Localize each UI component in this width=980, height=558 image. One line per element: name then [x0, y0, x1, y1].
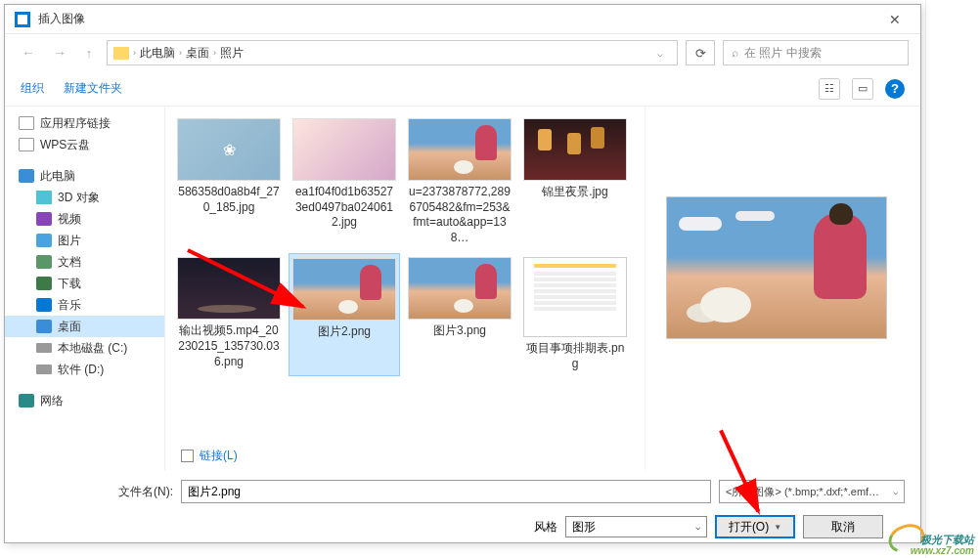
sidebar-item-3d-objects[interactable]: 3D 对象 [5, 187, 164, 208]
watermark: 极光下载站 www.xz7.com [911, 534, 974, 556]
open-button[interactable]: 打开(O) ▼ [715, 515, 795, 538]
organize-menu[interactable]: 组织 [21, 80, 44, 97]
help-button[interactable]: ? [885, 79, 905, 99]
toolbar: 组织 新建文件夹 ☷ ▭ ? [5, 71, 920, 107]
pc-icon [19, 169, 34, 183]
folder-icon [113, 47, 129, 60]
sidebar-item-label: 软件 (D:) [58, 362, 104, 378]
watermark-text: 极光下载站 [911, 534, 974, 545]
close-button[interactable]: ✕ [879, 8, 911, 31]
file-name: 项目事项排期表.png [523, 341, 627, 371]
sidebar-item-videos[interactable]: 视频 [5, 208, 164, 230]
file-item[interactable]: ea1f04f0d1b635273ed0497ba0240612.jpg [289, 114, 400, 249]
file-item[interactable]: 586358d0a8b4f_270_185.jpg [173, 114, 285, 249]
sidebar-item-label: 本地磁盘 (C:) [58, 340, 127, 357]
thumbnail [523, 118, 627, 181]
chevron-down-icon: ▼ [774, 523, 781, 532]
file-item[interactable]: 项目事项排期表.png [519, 253, 631, 375]
sidebar-item-label: 视频 [58, 211, 81, 228]
sidebar-item-label: WPS云盘 [40, 137, 90, 153]
sidebar-item-pictures[interactable]: 图片 [5, 230, 164, 251]
sidebar-item-this-pc[interactable]: 此电脑 [5, 165, 164, 187]
file-item[interactable]: 图片3.png [404, 253, 515, 375]
sidebar-item-label: 应用程序链接 [40, 115, 111, 132]
preview-pane-button[interactable]: ▭ [852, 78, 873, 100]
pictures-icon [36, 234, 52, 247]
insert-image-dialog: 插入图像 ✕ ← → ↑ › 此电脑 › 桌面 › 照片 ⌵ ⟳ ⌕ 在 照片 … [4, 4, 921, 543]
link-checkbox-row: 链接(L) [181, 448, 238, 464]
link-checkbox-label[interactable]: 链接(L) [200, 448, 238, 464]
nav-forward-button[interactable]: → [48, 41, 71, 64]
thumbnail [292, 118, 396, 181]
breadcrumb-desktop[interactable]: 桌面 [186, 45, 209, 62]
search-input[interactable]: ⌕ 在 照片 中搜索 [723, 40, 909, 65]
downloads-icon [36, 277, 52, 290]
button-row: 风格 图形 ⌵ 打开(O) ▼ 取消 [21, 515, 905, 538]
disk-icon [36, 343, 52, 353]
file-name: 586358d0a8b4f_270_185.jpg [177, 185, 281, 215]
chevron-down-icon: ⌵ [695, 522, 700, 532]
cancel-button[interactable]: 取消 [803, 515, 883, 538]
open-button-label: 打开(O) [729, 519, 769, 536]
filename-input[interactable] [181, 480, 711, 503]
sidebar-item-disk-c[interactable]: 本地磁盘 (C:) [5, 337, 164, 359]
nav-up-button[interactable]: ↑ [79, 43, 99, 63]
link-checkbox[interactable] [181, 450, 194, 462]
file-icon [19, 116, 34, 130]
sidebar-item-desktop[interactable]: 桌面 [5, 316, 164, 337]
navigation-bar: ← → ↑ › 此电脑 › 桌面 › 照片 ⌵ ⟳ ⌕ 在 照片 中搜索 [5, 34, 920, 71]
nav-back-button[interactable]: ← [17, 41, 40, 64]
style-label: 风格 [534, 519, 557, 536]
refresh-button[interactable]: ⟳ [686, 40, 715, 65]
address-bar[interactable]: › 此电脑 › 桌面 › 照片 ⌵ [107, 40, 678, 65]
filename-row: 文件名(N): <所有图像> (*.bmp;*.dxf;*.emf… ⌵ [21, 480, 905, 503]
file-area: 586358d0a8b4f_270_185.jpg ea1f04f0d1b635… [165, 107, 920, 470]
dialog-title: 插入图像 [38, 11, 879, 27]
file-item[interactable]: 锦里夜景.jpg [519, 114, 631, 249]
music-icon [36, 298, 52, 312]
file-name: 锦里夜景.jpg [542, 185, 607, 200]
new-folder-button[interactable]: 新建文件夹 [64, 80, 122, 97]
background-app-panel [925, 0, 980, 558]
thumbnail [408, 118, 512, 181]
file-grid[interactable]: 586358d0a8b4f_270_185.jpg ea1f04f0d1b635… [165, 107, 645, 470]
chevron-right-icon: › [133, 48, 136, 58]
view-mode-button[interactable]: ☷ [819, 78, 840, 100]
thumbnail [177, 118, 281, 181]
desktop-icon [36, 320, 52, 333]
file-name: 图片3.png [433, 323, 486, 339]
sidebar-item-wps[interactable]: WPS云盘 [5, 134, 164, 155]
sidebar-item-app-links[interactable]: 应用程序链接 [5, 112, 164, 134]
file-item-selected[interactable]: 图片2.png [289, 253, 400, 375]
file-name: ea1f04f0d1b635273ed0497ba0240612.jpg [292, 185, 396, 231]
preview-image [666, 196, 887, 339]
sidebar-item-network[interactable]: 网络 [5, 390, 164, 411]
file-name: 输出视频5.mp4_20230215_135730.036.png [177, 323, 281, 369]
file-type-filter[interactable]: <所有图像> (*.bmp;*.dxf;*.emf… ⌵ [719, 480, 905, 503]
breadcrumb-photos[interactable]: 照片 [220, 45, 244, 62]
sidebar-item-label: 音乐 [58, 297, 81, 314]
sidebar-item-label: 文档 [58, 254, 81, 271]
address-dropdown-icon[interactable]: ⌵ [649, 48, 671, 59]
sidebar-item-disk-d[interactable]: 软件 (D:) [5, 359, 164, 380]
dialog-icon [15, 12, 30, 27]
network-icon [19, 394, 34, 408]
sidebar-item-downloads[interactable]: 下载 [5, 273, 164, 294]
sidebar-item-documents[interactable]: 文档 [5, 251, 164, 273]
chevron-down-icon: ⌵ [893, 487, 898, 496]
video-icon [36, 212, 52, 226]
search-placeholder: 在 照片 中搜索 [744, 45, 822, 62]
disk-icon [36, 365, 52, 374]
sidebar-item-label: 3D 对象 [58, 190, 100, 206]
sidebar-item-label: 网络 [40, 393, 64, 409]
file-item[interactable]: 输出视频5.mp4_20230215_135730.036.png [173, 253, 285, 375]
cancel-button-label: 取消 [831, 519, 855, 536]
sidebar-item-label: 此电脑 [40, 168, 75, 185]
thumbnail [292, 258, 396, 321]
preview-pane [645, 107, 907, 470]
search-icon: ⌕ [732, 46, 738, 60]
breadcrumb-this-pc[interactable]: 此电脑 [140, 45, 175, 62]
file-item[interactable]: u=2373878772,2896705482&fm=253&fmt=auto&… [404, 114, 515, 249]
style-select[interactable]: 图形 ⌵ [565, 516, 707, 537]
sidebar-item-music[interactable]: 音乐 [5, 294, 164, 316]
